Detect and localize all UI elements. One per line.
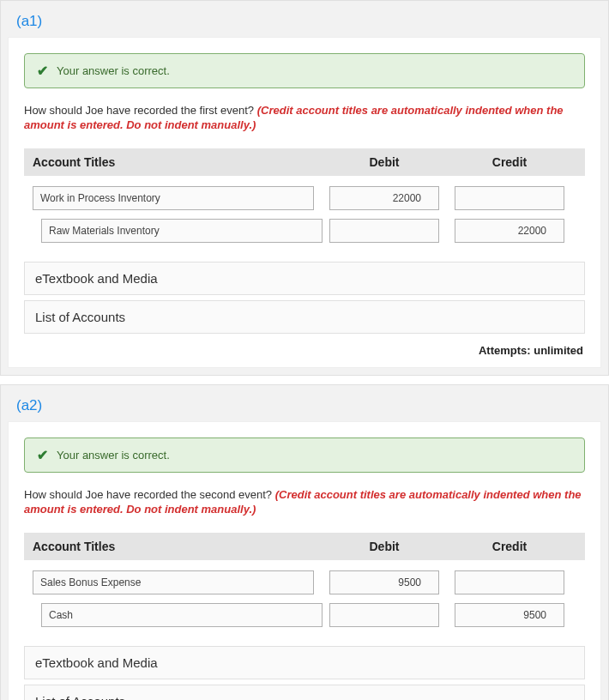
part-a2: (a2) ✔ Your answer is correct. How shoul… (0, 384, 609, 700)
table-header-row: Account Titles Debit Credit (24, 148, 585, 176)
part-label: (a1) (1, 1, 608, 37)
question-prompt: How should Joe have recorded the second … (24, 488, 585, 517)
account-title-input[interactable] (41, 603, 323, 627)
part-body: ✔ Your answer is correct. How should Joe… (8, 37, 601, 368)
account-title-input[interactable] (33, 570, 314, 594)
part-label: (a2) (1, 385, 608, 421)
attempts-label: Attempts: unlimited (24, 339, 585, 359)
table-row (24, 219, 585, 243)
list-of-accounts-link[interactable]: List of Accounts (24, 300, 585, 334)
journal-entry-table: Account Titles Debit Credit (24, 148, 585, 243)
status-correct: ✔ Your answer is correct. (24, 53, 585, 88)
prompt-text: How should Joe have recorded the second … (24, 488, 275, 501)
resource-accordion: eTextbook and Media List of Accounts (24, 262, 585, 334)
list-of-accounts-link[interactable]: List of Accounts (24, 685, 585, 700)
part-a1: (a1) ✔ Your answer is correct. How shoul… (0, 0, 609, 376)
journal-entry-table: Account Titles Debit Credit (24, 533, 585, 627)
credit-input[interactable] (455, 186, 564, 210)
header-account-titles: Account Titles (33, 540, 314, 553)
debit-input[interactable] (329, 219, 439, 243)
resource-accordion: eTextbook and Media List of Accounts (24, 646, 585, 700)
etextbook-link[interactable]: eTextbook and Media (24, 262, 585, 295)
status-correct: ✔ Your answer is correct. (24, 438, 585, 473)
part-body: ✔ Your answer is correct. How should Joe… (8, 421, 601, 700)
question-prompt: How should Joe have recorded the first e… (24, 104, 585, 133)
credit-input[interactable] (455, 219, 564, 243)
header-credit: Credit (455, 540, 564, 553)
account-title-input[interactable] (41, 219, 323, 243)
table-header-row: Account Titles Debit Credit (24, 533, 585, 560)
credit-input[interactable] (455, 603, 564, 627)
status-message: Your answer is correct. (57, 64, 170, 77)
check-icon: ✔ (37, 447, 48, 463)
table-row (24, 603, 585, 627)
check-icon: ✔ (37, 63, 48, 79)
header-debit: Debit (329, 155, 439, 169)
etextbook-link[interactable]: eTextbook and Media (24, 646, 585, 679)
table-row (24, 570, 585, 594)
credit-input[interactable] (455, 570, 564, 594)
account-title-input[interactable] (33, 186, 314, 210)
debit-input[interactable] (329, 186, 439, 210)
status-message: Your answer is correct. (57, 449, 170, 462)
header-account-titles: Account Titles (33, 155, 314, 169)
table-row (24, 186, 585, 210)
debit-input[interactable] (329, 570, 439, 594)
debit-input[interactable] (329, 603, 439, 627)
header-credit: Credit (455, 155, 564, 169)
header-debit: Debit (329, 540, 439, 553)
prompt-text: How should Joe have recorded the first e… (24, 104, 257, 117)
